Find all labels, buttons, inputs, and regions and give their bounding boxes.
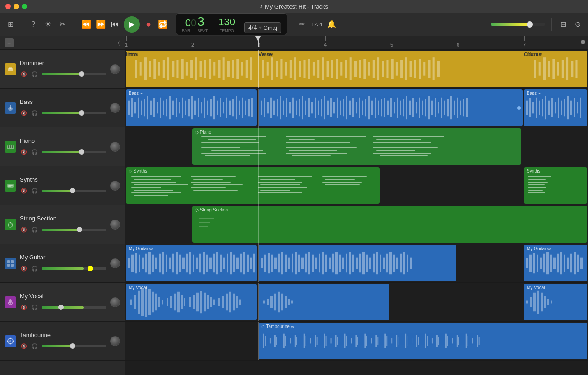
svg-rect-151 [296, 101, 297, 115]
bar-value[interactable]: 3 [197, 15, 204, 28]
svg-rect-414 [432, 338, 433, 344]
pan-knob-string-section[interactable] [110, 220, 120, 230]
solo-button-string-section[interactable]: 🎧 [31, 225, 39, 234]
clip-string-section-verse[interactable] [259, 206, 587, 243]
mute-button-piano[interactable]: 🔇 [20, 148, 28, 156]
clip-bass-intro[interactable]: Bass ∞ [126, 89, 257, 126]
svg-rect-400 [375, 335, 377, 347]
solo-button-drummer[interactable]: 🎧 [31, 70, 39, 78]
fast-forward-button[interactable]: ⏩ [95, 19, 106, 30]
pan-knob-synths[interactable] [110, 181, 120, 191]
mixer-icon[interactable]: ⊟ [558, 19, 568, 29]
pan-knob-bass[interactable] [110, 103, 120, 113]
clip-guitar-verse[interactable] [259, 245, 456, 281]
svg-rect-398 [366, 336, 367, 346]
to-start-button[interactable]: ⏮ [109, 19, 121, 30]
mute-button-string-section[interactable]: 🔇 [20, 225, 28, 234]
fader-drummer[interactable] [42, 73, 106, 75]
svg-rect-148 [286, 98, 287, 117]
fader-string-section[interactable] [42, 229, 106, 231]
svg-rect-282 [329, 258, 331, 269]
track-info-bass: Bass 🔇 🎧 [20, 98, 106, 117]
fader-my-guitar[interactable] [42, 267, 106, 270]
smart-controls-icon[interactable]: ☀ [43, 19, 53, 29]
svg-rect-411 [418, 337, 419, 345]
mute-button-drummer[interactable]: 🔇 [20, 70, 28, 78]
maximize-button[interactable] [22, 4, 27, 9]
help-icon[interactable]: ? [28, 19, 38, 29]
collapse-tracks-button[interactable]: ⟨ [118, 40, 120, 46]
clip-guitar-intro[interactable]: My Guitar ∞ [126, 245, 257, 281]
clip-vocal-intro[interactable]: My Vocal [126, 284, 257, 320]
clip-guitar-chorus[interactable]: My Guitar ∞ [524, 245, 587, 281]
close-button[interactable] [5, 4, 11, 9]
fader-piano[interactable] [42, 151, 106, 153]
fader-knob-my-guitar[interactable] [88, 266, 93, 271]
fader-knob-tambourine[interactable] [70, 343, 75, 349]
tracks-canvas[interactable]: Intro Verse Chorus [125, 50, 588, 375]
midi-note-piano-8 [205, 155, 250, 156]
pan-knob-drummer[interactable] [110, 64, 120, 74]
fader-knob-piano[interactable] [79, 149, 84, 155]
clip-synths-1[interactable]: ◇ Synths [126, 167, 380, 204]
mute-button-my-vocal[interactable]: 🔇 [20, 303, 28, 311]
cycle-button[interactable]: 🔁 [157, 19, 169, 30]
pan-knob-tambourine[interactable] [110, 336, 120, 346]
master-volume[interactable] [491, 23, 545, 26]
clip-piano[interactable]: ◇ Piano [192, 128, 521, 165]
svg-rect-33 [172, 61, 174, 77]
fader-tambourine[interactable] [42, 345, 106, 347]
mute-button-my-guitar[interactable]: 🔇 [20, 264, 28, 272]
fader-knob-my-vocal[interactable] [58, 305, 64, 310]
clip-drummer-intro[interactable]: Intro Verse Chorus [126, 51, 587, 87]
solo-button-tambourine[interactable]: 🎧 [31, 342, 39, 350]
library-icon[interactable]: ⊞ [5, 19, 15, 29]
pan-knob-piano[interactable] [110, 142, 120, 152]
clip-synths-chorus[interactable]: Synths [524, 167, 587, 204]
solo-button-my-vocal[interactable]: 🎧 [31, 303, 39, 311]
fader-my-vocal[interactable] [42, 306, 106, 309]
solo-button-bass[interactable]: 🎧 [31, 109, 39, 117]
svg-rect-419 [452, 338, 453, 344]
fader-knob-bass[interactable] [79, 110, 84, 116]
tempo-value[interactable]: 130 [218, 16, 235, 28]
volume-knob[interactable] [527, 21, 533, 28]
svg-rect-109 [157, 102, 158, 114]
solo-button-my-guitar[interactable]: 🎧 [31, 264, 39, 272]
svg-rect-371 [551, 301, 552, 304]
clip-bass-chorus[interactable]: Bass ∞ [524, 89, 587, 126]
mute-button-bass[interactable]: 🔇 [20, 109, 28, 117]
fader-fill-my-guitar [42, 267, 84, 270]
playhead[interactable] [258, 36, 259, 47]
minimize-button[interactable] [14, 4, 19, 9]
svg-rect-353 [236, 296, 238, 308]
svg-rect-74 [368, 62, 370, 75]
mute-button-tambourine[interactable]: 🔇 [20, 342, 28, 350]
svg-rect-179 [384, 98, 385, 117]
scissors-icon[interactable]: ✂ [57, 19, 67, 29]
waveform-guitar-verse [259, 245, 456, 281]
rewind-button[interactable]: ⏪ [80, 19, 92, 30]
solo-button-synths[interactable]: 🎧 [31, 187, 39, 195]
time-sig-display[interactable]: 4/4 ▾ Cmaj [244, 22, 281, 33]
clip-tambourine[interactable]: ◇ Tambourine ∞ [259, 323, 587, 359]
play-button[interactable]: ▶ [124, 16, 140, 33]
pencil-icon[interactable]: ✏ [297, 19, 307, 29]
svg-rect-225 [131, 255, 134, 272]
plugin-icon[interactable]: ⊙ [573, 19, 583, 29]
fader-synths[interactable] [42, 190, 106, 192]
fader-bass[interactable] [42, 112, 106, 114]
fader-knob-string-section[interactable] [77, 227, 82, 232]
fader-knob-drummer[interactable] [79, 71, 84, 77]
record-button[interactable]: ● [143, 19, 154, 30]
pan-knob-my-guitar[interactable] [110, 258, 120, 268]
clip-bass-verse[interactable] [259, 89, 523, 126]
tuner-icon[interactable]: 🔔 [327, 19, 337, 29]
clip-vocal-verse[interactable] [259, 284, 389, 320]
solo-button-piano[interactable]: 🎧 [31, 148, 39, 156]
clip-vocal-chorus[interactable]: My Vocal [524, 284, 587, 320]
mute-button-synths[interactable]: 🔇 [20, 187, 28, 195]
add-track-button[interactable]: + [5, 38, 14, 47]
pan-knob-my-vocal[interactable] [110, 297, 120, 307]
fader-knob-synths[interactable] [70, 188, 75, 193]
